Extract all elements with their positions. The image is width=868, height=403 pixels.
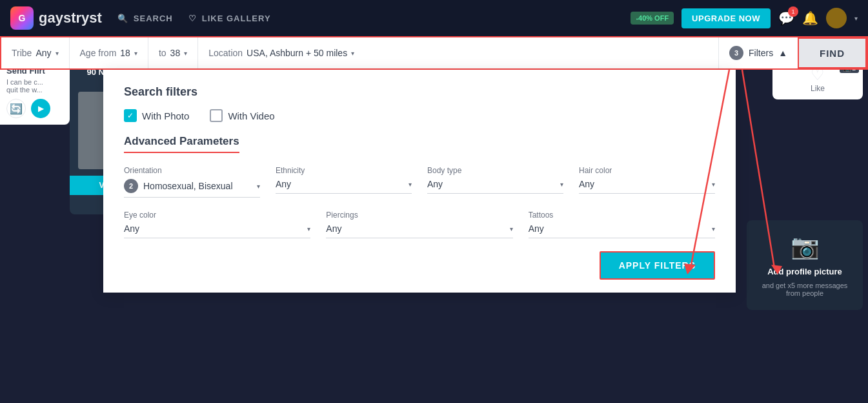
piercings-arrow-icon: ▾ bbox=[510, 225, 513, 232]
params-grid-top: Orientation 2 Homosexual, Bisexual ▾ Eth… bbox=[124, 166, 715, 198]
upgrade-button[interactable]: UPGRADE NOW bbox=[681, 8, 771, 28]
like-label: Like bbox=[779, 84, 856, 93]
with-video-checkbox-box bbox=[210, 109, 223, 122]
eye-color-group: Eye color Any ▾ bbox=[124, 211, 310, 238]
ethnicity-value: Any bbox=[276, 179, 291, 189]
orientation-label: Orientation bbox=[124, 166, 260, 175]
add-picture-card[interactable]: 📷 Add profile picture and get x5 more me… bbox=[747, 220, 863, 310]
hair-color-group: Hair color Any ▾ bbox=[579, 166, 715, 198]
with-video-label: With Video bbox=[228, 110, 274, 121]
messages-badge: 1 bbox=[788, 6, 798, 17]
location-value: USA, Ashburn + 50 miles bbox=[247, 48, 347, 58]
nav-search-label: SEARCH bbox=[134, 14, 173, 23]
find-button[interactable]: FIND bbox=[798, 37, 867, 68]
filters-button[interactable]: 3 Filters ▲ bbox=[719, 37, 798, 68]
messages-icon[interactable]: 💬 1 bbox=[778, 10, 794, 26]
flirt-text: I can be c...quit the w... bbox=[6, 78, 63, 94]
piercings-label: Piercings bbox=[326, 211, 512, 220]
refresh-icon[interactable]: 🔄 bbox=[6, 99, 26, 118]
eye-color-arrow-icon: ▾ bbox=[307, 225, 310, 232]
tribe-arrow-icon: ▾ bbox=[56, 50, 59, 57]
orientation-select[interactable]: 2 Homosexual, Bisexual ▾ bbox=[124, 179, 260, 198]
apply-btn-row: APPLY FILTERS bbox=[124, 251, 715, 280]
ethnicity-select[interactable]: Any ▾ bbox=[276, 179, 412, 194]
orientation-count: 2 bbox=[124, 179, 138, 193]
body-type-arrow-icon: ▾ bbox=[560, 181, 563, 188]
filters-label: Filters bbox=[749, 48, 773, 58]
hair-color-label: Hair color bbox=[579, 166, 715, 175]
avatar-arrow-icon: ▾ bbox=[854, 15, 858, 22]
tattoos-value: Any bbox=[529, 223, 544, 234]
camera-icon: 📷 bbox=[760, 233, 850, 260]
body-type-label: Body type bbox=[427, 166, 563, 175]
body-type-value: Any bbox=[427, 179, 443, 189]
send-icon[interactable]: ▶ bbox=[31, 99, 50, 118]
discount-badge: -40% OFF bbox=[631, 12, 674, 25]
location-filter[interactable]: Location USA, Ashburn + 50 miles ▾ bbox=[198, 37, 719, 68]
location-label: Location bbox=[208, 48, 243, 58]
age-from-label: Age from bbox=[80, 48, 117, 58]
age-to-arrow-icon: ▾ bbox=[184, 50, 187, 57]
apply-filters-button[interactable]: APPLY FILTERS bbox=[600, 251, 715, 280]
tribe-label: Tribe bbox=[12, 48, 32, 58]
hair-color-select[interactable]: Any ▾ bbox=[579, 179, 715, 194]
filters-arrow-icon: ▲ bbox=[778, 48, 787, 58]
flirt-actions: 🔄 ▶ bbox=[6, 99, 63, 118]
nav-search[interactable]: 🔍 SEARCH bbox=[117, 14, 173, 23]
piercings-group: Piercings Any ▾ bbox=[326, 211, 512, 238]
age-from-filter[interactable]: Age from 18 ▾ bbox=[70, 37, 148, 68]
add-pic-title: Add profile picture bbox=[760, 267, 850, 276]
ethnicity-label: Ethnicity bbox=[276, 166, 412, 175]
tattoos-label: Tattoos bbox=[529, 211, 715, 220]
notifications-icon[interactable]: 🔔 bbox=[802, 10, 818, 26]
header: G gaystryst 🔍 SEARCH ♡ LIKE GALLERY -40%… bbox=[0, 0, 868, 36]
tattoos-group: Tattoos Any ▾ bbox=[529, 211, 715, 238]
checkbox-row: With Photo With Video bbox=[124, 109, 715, 122]
orientation-row: 2 Homosexual, Bisexual bbox=[124, 179, 233, 193]
logo-text: gaystryst bbox=[39, 10, 102, 26]
header-right: -40% OFF UPGRADE NOW 💬 1 🔔 ▾ bbox=[631, 8, 858, 28]
logo: G gaystryst bbox=[10, 6, 102, 30]
add-pic-subtitle: and get x5 more messages from people bbox=[760, 282, 850, 297]
tattoos-arrow-icon: ▾ bbox=[712, 225, 715, 232]
age-to-label: to bbox=[159, 48, 167, 58]
body-type-group: Body type Any ▾ bbox=[427, 166, 563, 198]
nav-like-gallery[interactable]: ♡ LIKE GALLERY bbox=[188, 14, 271, 23]
adv-params-title: Advanced Parameters bbox=[124, 135, 239, 153]
ethnicity-arrow-icon: ▾ bbox=[409, 181, 412, 188]
eye-color-label: Eye color bbox=[124, 211, 310, 220]
ethnicity-group: Ethnicity Any ▾ bbox=[276, 166, 412, 198]
age-to-filter[interactable]: to 38 ▾ bbox=[148, 37, 198, 68]
orientation-arrow-icon: ▾ bbox=[257, 183, 260, 190]
age-from-value: 18 bbox=[120, 48, 130, 58]
age-to-value: 38 bbox=[170, 48, 181, 58]
eye-color-value: Any bbox=[124, 223, 139, 234]
tribe-filter[interactable]: Tribe Any ▾ bbox=[1, 37, 70, 68]
search-filters-title: Search filters bbox=[124, 85, 715, 99]
search-bar: Tribe Any ▾ Age from 18 ▾ to 38 ▾ Locati… bbox=[0, 36, 868, 70]
with-photo-checkbox-box bbox=[124, 109, 137, 122]
hair-color-arrow-icon: ▾ bbox=[712, 181, 715, 188]
age-from-arrow-icon: ▾ bbox=[134, 50, 137, 57]
tattoos-select[interactable]: Any ▾ bbox=[529, 223, 715, 238]
nav-like-label: LIKE GALLERY bbox=[202, 14, 271, 23]
tribe-value: Any bbox=[35, 48, 51, 58]
with-photo-label: With Photo bbox=[142, 110, 189, 121]
search-nav-icon: 🔍 bbox=[117, 14, 128, 23]
logo-tryst: tryst bbox=[71, 10, 102, 26]
orientation-value: Homosexual, Bisexual bbox=[143, 181, 233, 191]
eye-color-select[interactable]: Any ▾ bbox=[124, 223, 310, 238]
with-video-checkbox[interactable]: With Video bbox=[210, 109, 274, 122]
piercings-select[interactable]: Any ▾ bbox=[326, 223, 512, 238]
orientation-group: Orientation 2 Homosexual, Bisexual ▾ bbox=[124, 166, 260, 198]
avatar[interactable] bbox=[826, 8, 847, 28]
location-arrow-icon: ▾ bbox=[351, 50, 354, 57]
with-photo-checkbox[interactable]: With Photo bbox=[124, 109, 189, 122]
logo-gays: gays bbox=[39, 10, 71, 26]
params-grid-bottom: Eye color Any ▾ Piercings Any ▾ Tattoos … bbox=[124, 211, 715, 238]
body-type-select[interactable]: Any ▾ bbox=[427, 179, 563, 194]
heart-icon: ♡ bbox=[188, 14, 197, 23]
logo-icon: G bbox=[10, 6, 34, 30]
filters-count: 3 bbox=[729, 46, 743, 60]
hair-color-value: Any bbox=[579, 179, 594, 189]
